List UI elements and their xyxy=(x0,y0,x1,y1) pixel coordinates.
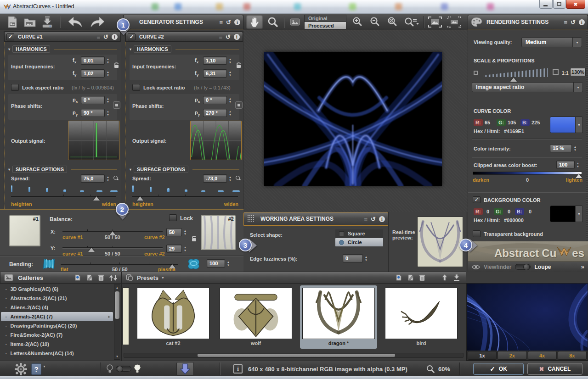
image-view-button[interactable] xyxy=(288,15,302,29)
fit-image-button[interactable] xyxy=(426,15,444,29)
close-button[interactable]: ✖ xyxy=(566,0,585,9)
hand-tool-button[interactable] xyxy=(246,15,263,29)
clipped-boost-spinner[interactable]: ▲▼ xyxy=(577,161,579,169)
view-original-tab[interactable]: Original xyxy=(304,15,346,22)
scroll-up-icon[interactable]: ▲ xyxy=(115,285,119,290)
shape-circle-option[interactable]: Circle xyxy=(335,238,383,246)
scale-slider-thumb[interactable] xyxy=(510,78,517,82)
gallery-item[interactable]: ▪3D Graphics(AC) (6) xyxy=(1,284,113,294)
preset-card-dragon-selected[interactable]: dragon * xyxy=(300,285,377,349)
menu-icon[interactable]: ≡ xyxy=(220,19,223,25)
spread-slider-thumb[interactable] xyxy=(137,196,143,201)
zoom-presets-button[interactable] xyxy=(402,15,421,29)
info-icon[interactable]: i xyxy=(579,19,585,25)
menu-icon[interactable]: ≡ xyxy=(97,34,101,40)
fit-selection-button[interactable] xyxy=(446,15,463,29)
reset-icon[interactable]: ↺ xyxy=(371,216,376,222)
help-button[interactable]: ? xyxy=(31,363,41,375)
fx-input[interactable]: 0,01 xyxy=(81,56,105,65)
fx-spinner[interactable]: ▲▼ xyxy=(229,56,232,65)
edge-fuzziness-spinner[interactable]: ▲▼ xyxy=(365,254,368,262)
balance-y-input[interactable]: 29 xyxy=(166,245,182,253)
fy-spinner[interactable]: ▲▼ xyxy=(107,69,109,78)
py-input[interactable]: 90 ° xyxy=(81,109,105,117)
import-preset-icon[interactable] xyxy=(453,274,460,281)
zoom-out-button[interactable] xyxy=(368,15,383,29)
add-gallery-icon[interactable] xyxy=(74,274,81,281)
reset-icon[interactable]: ↺ xyxy=(571,19,576,25)
loupe-zoom-8x-button[interactable]: 8x xyxy=(558,351,587,360)
balance-y-thumb[interactable] xyxy=(88,248,95,252)
gallery-item[interactable]: ▪DrawingsPaintings(AC) (20) xyxy=(1,321,113,330)
add-preset-icon[interactable] xyxy=(395,274,402,281)
boost-gradient-slider[interactable] xyxy=(473,172,582,175)
gallery-item[interactable]: ▪Aliens-2(AC) (4) xyxy=(1,303,113,312)
zoom-tool-button[interactable] xyxy=(265,15,281,29)
preset-partial-thumbnail[interactable] xyxy=(123,287,129,345)
presets-dropdown-icon[interactable]: ▼ xyxy=(161,276,164,279)
menu-icon[interactable]: ≡ xyxy=(564,19,568,25)
harmonics-section-title[interactable]: ▾ HARMONICS xyxy=(8,45,117,53)
info-icon[interactable]: i xyxy=(234,19,240,25)
bending-spinner[interactable]: ▲▼ xyxy=(227,259,230,268)
balance-lock-checkbox[interactable] xyxy=(169,214,177,221)
color-intensity-input[interactable]: 15 % xyxy=(550,144,572,152)
reset-icon[interactable]: ↺ xyxy=(226,34,231,40)
edit-gallery-icon[interactable] xyxy=(86,274,93,281)
balance-x-spinner[interactable]: ▲▼ xyxy=(184,228,187,236)
py-spinner[interactable]: ▲▼ xyxy=(107,109,109,117)
fx-spinner[interactable]: ▲▼ xyxy=(107,56,109,65)
scrollbar-thumb[interactable] xyxy=(115,291,119,319)
viewfinder-loupe-toggle[interactable] xyxy=(515,264,531,270)
reset-icon[interactable]: ↺ xyxy=(103,34,108,40)
export-image-button[interactable] xyxy=(40,15,55,29)
transparent-bg-checkbox[interactable] xyxy=(473,230,481,237)
viewing-quality-dropdown[interactable]: Medium ▼ xyxy=(521,37,582,47)
shape-square-option[interactable]: Square xyxy=(335,229,383,238)
spread-input[interactable]: -73,0 xyxy=(203,174,227,183)
px-input[interactable]: 0 ° xyxy=(81,96,105,104)
new-image-button[interactable] xyxy=(5,15,20,29)
surface-options-title[interactable]: ▾ SURFACE OPTIONS xyxy=(130,166,239,173)
delete-preset-icon[interactable] xyxy=(419,274,425,281)
help-dropdown-icon[interactable]: ▼ xyxy=(43,365,46,368)
spread-slider-thumb[interactable] xyxy=(93,196,100,201)
preset-card-wolf[interactable]: wolf xyxy=(217,285,294,349)
harmonics-section-title[interactable]: ▾ HARMONICS xyxy=(130,45,239,53)
gallery-item[interactable]: ▪Items-2(AC) (10) xyxy=(1,340,113,349)
presets-title[interactable]: Presets xyxy=(137,274,158,281)
balance-lock-icon[interactable] xyxy=(191,235,197,242)
canvas-workspace[interactable] xyxy=(243,30,468,212)
expand-icon[interactable]: » xyxy=(581,263,584,270)
curve-color-swatch[interactable]: ▼ xyxy=(550,117,583,133)
cancel-button[interactable]: ✖ CANCEL xyxy=(527,363,582,375)
loupe-zoom-1x-button[interactable]: 1x xyxy=(468,351,497,360)
fy-spinner[interactable]: ▲▼ xyxy=(229,69,232,78)
curve1-enable-checkbox[interactable]: ✓ xyxy=(6,33,14,40)
balance-y-spinner[interactable]: ▲▼ xyxy=(184,245,187,253)
phase-sync-button[interactable] xyxy=(113,101,120,109)
aspect-ratio-dropdown[interactable]: Image aspect ratio ▼ xyxy=(472,82,583,92)
preset-card-cat[interactable]: cat #2 xyxy=(135,285,212,349)
delete-gallery-icon[interactable] xyxy=(98,274,104,281)
scroll-down-icon[interactable]: ▼ xyxy=(115,354,119,359)
one-to-one-label[interactable]: 1:1 xyxy=(562,71,568,76)
lock-aspect-checkbox[interactable] xyxy=(11,84,19,91)
gallery-item-selected[interactable]: ▪Animals-2(AC) (7)► xyxy=(1,312,113,321)
scale-value[interactable]: 130% xyxy=(570,68,586,76)
clipped-boost-input[interactable]: 100 xyxy=(556,161,575,169)
py-input[interactable]: 270 ° xyxy=(203,109,227,117)
theme-toggle[interactable] xyxy=(116,366,131,372)
px-spinner[interactable]: ▲▼ xyxy=(229,96,232,104)
maximize-button[interactable] xyxy=(553,0,565,9)
sort-arrows-icon[interactable] xyxy=(109,274,118,281)
loupe-label[interactable]: Loupe xyxy=(534,264,551,270)
menu-icon[interactable]: ≡ xyxy=(219,34,223,40)
redo-button[interactable] xyxy=(87,15,107,29)
frequency-lock-icon[interactable] xyxy=(113,61,119,69)
py-spinner[interactable]: ▲▼ xyxy=(229,109,232,117)
loupe-zoom-2x-button[interactable]: 2x xyxy=(498,351,526,360)
background-color-swatch[interactable]: ▼ xyxy=(550,206,583,222)
fy-input[interactable]: 1,02 xyxy=(81,69,105,78)
preset-card-bird[interactable]: bird xyxy=(383,285,460,349)
